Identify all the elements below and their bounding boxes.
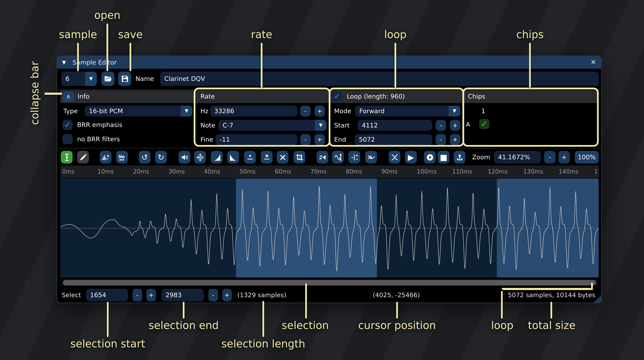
ruler-tick-label: 10ms: [98, 168, 114, 175]
selection-start-input[interactable]: 1654: [86, 289, 128, 302]
loop-start-label: Start: [334, 120, 350, 131]
save-sample-button[interactable]: [118, 72, 131, 86]
floppy-save-icon: [120, 74, 129, 83]
amplify-button[interactable]: [179, 151, 190, 164]
play-note-button[interactable]: [424, 151, 436, 164]
annotation-loop-bottom: loop: [491, 319, 514, 332]
chip-a-checkbox[interactable]: ✓: [479, 119, 489, 129]
loop-end-plus-button[interactable]: +: [450, 134, 460, 145]
loop-panel-title: Loop (length: 960): [347, 90, 405, 103]
zoom-input[interactable]: 41.1672%: [494, 151, 541, 164]
sample-name-input[interactable]: Clarinet DQV: [160, 72, 599, 86]
name-label: Name: [135, 74, 154, 84]
scrollbar-thumb[interactable]: [63, 280, 596, 285]
fade-in-button[interactable]: [211, 151, 222, 164]
window-resize-grip[interactable]: [594, 295, 601, 303]
close-icon[interactable]: ✕: [590, 56, 596, 69]
ibeam-icon: [63, 153, 71, 161]
hz-label: Hz: [200, 106, 208, 116]
crossfade-button[interactable]: [388, 151, 400, 164]
ruler-tick-label: 40ms: [204, 168, 220, 175]
chevron-down-icon[interactable]: ▼: [85, 72, 97, 86]
brr-emphasis-checkbox[interactable]: ✓: [62, 120, 72, 130]
edit-mode-draw-button[interactable]: [77, 151, 89, 164]
insert-silence-button[interactable]: [244, 151, 256, 164]
hz-minus-button[interactable]: -: [300, 106, 311, 116]
stop-preview-button[interactable]: ■: [438, 151, 450, 164]
zoom-out-button[interactable]: -: [544, 151, 556, 164]
fade-out-button[interactable]: [227, 151, 239, 164]
ruler-tick-label: 70ms: [310, 168, 326, 175]
zoom-in-button[interactable]: +: [558, 151, 570, 164]
preview-button[interactable]: ▶: [405, 151, 417, 164]
resize-button[interactable]: [100, 151, 112, 164]
annotation-collapse-bar: collapse bar: [29, 61, 41, 125]
fine-input[interactable]: -11: [216, 134, 297, 145]
ruler-tick-label: 90ms: [381, 168, 398, 175]
filter-icon: [367, 153, 375, 161]
selection-end-plus-button[interactable]: +: [222, 289, 232, 302]
make-instrument-button[interactable]: [454, 151, 465, 164]
sample-selector[interactable]: 6 ▼: [61, 72, 97, 86]
reverse-icon: [318, 153, 326, 161]
apply-filter-button[interactable]: [365, 151, 377, 164]
resample-button[interactable]: [116, 151, 128, 164]
selection-end-input[interactable]: 2983: [162, 289, 204, 302]
redo-button[interactable]: ↻: [155, 151, 167, 164]
ruler-tick-label: 100ms: [417, 168, 437, 175]
zoom-reset-button[interactable]: 100%: [575, 151, 599, 164]
reverse-button[interactable]: [316, 151, 328, 164]
normalize-button[interactable]: [194, 151, 206, 164]
hz-input[interactable]: 33286: [210, 106, 297, 116]
selection-start-minus-button[interactable]: -: [132, 289, 142, 302]
loop-end-minus-button[interactable]: -: [436, 134, 446, 145]
loop-start-input[interactable]: 4112: [358, 120, 432, 131]
chips-panel-title: Chips: [468, 90, 485, 103]
annotation-rate: rate: [251, 28, 272, 40]
chevron-down-icon[interactable]: ▼: [448, 106, 460, 116]
collapse-bar-button[interactable]: ∧: [62, 92, 74, 102]
annotation-line-selection-end: [183, 302, 184, 318]
invert-button[interactable]: [332, 151, 344, 164]
loop-enable-checkbox[interactable]: ✓: [332, 92, 342, 102]
plus-minus-icon: [350, 153, 358, 161]
undo-button[interactable]: ↺: [139, 151, 150, 164]
signed-unsigned-button[interactable]: [348, 151, 360, 164]
waveform-display[interactable]: [60, 178, 599, 278]
ruler-tick-label: 50ms: [240, 168, 256, 175]
no-brr-filters-checkbox[interactable]: [62, 134, 72, 144]
ruler-tick-label: 60ms: [275, 168, 291, 175]
edit-mode-select-button[interactable]: [61, 151, 72, 164]
waveform-scrollbar[interactable]: [60, 279, 599, 286]
chevron-down-icon[interactable]: ▼: [181, 106, 192, 116]
loop-panel-header: Loop (length: 960): [330, 90, 464, 103]
ruler-tick-label: 0ms: [62, 168, 74, 175]
window-collapse-icon[interactable]: ▼: [62, 56, 66, 69]
mode-label: Mode: [334, 106, 351, 116]
trim-button[interactable]: [294, 151, 305, 164]
sample-type-select[interactable]: 16-bit PCM ▼: [85, 106, 192, 116]
note-select[interactable]: C-7 ▼: [218, 120, 327, 131]
timeline-ruler[interactable]: 0ms10ms20ms30ms40ms50ms60ms70ms80ms90ms1…: [60, 166, 599, 178]
loop-end-input[interactable]: 5072: [355, 134, 432, 145]
loop-mode-select[interactable]: Forward ▼: [355, 106, 460, 116]
fine-minus-button[interactable]: -: [300, 134, 311, 145]
redo-icon: ↻: [158, 152, 164, 162]
selection-start-plus-button[interactable]: +: [146, 289, 156, 302]
apply-silence-button[interactable]: [261, 151, 272, 164]
selection-end-minus-button[interactable]: -: [208, 289, 218, 302]
annotation-selection-start: selection start: [70, 338, 145, 350]
chips-panel-header: Chips: [464, 90, 599, 103]
chevron-down-icon[interactable]: ▼: [315, 120, 327, 131]
hz-plus-button[interactable]: +: [314, 106, 325, 116]
crossfade-icon: [390, 153, 398, 161]
delete-button[interactable]: [277, 151, 288, 164]
loop-start-minus-button[interactable]: -: [436, 120, 446, 131]
open-sample-button[interactable]: [102, 72, 114, 86]
loop-start-plus-button[interactable]: +: [450, 120, 460, 131]
check-icon: ✓: [481, 119, 488, 128]
annotation-loop: loop: [384, 28, 406, 40]
window-titlebar[interactable]: ▼ Sample Editor ✕: [57, 56, 601, 69]
fine-plus-button[interactable]: +: [314, 134, 325, 145]
ruler-tick-label: 120ms: [488, 168, 508, 175]
